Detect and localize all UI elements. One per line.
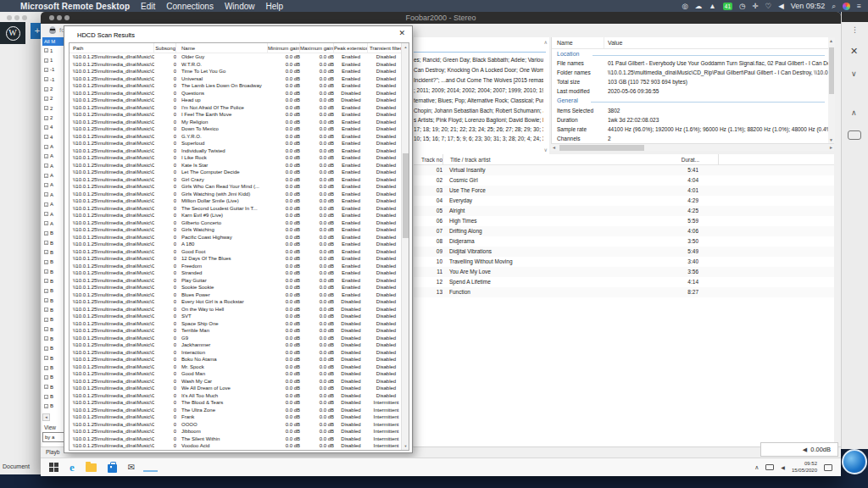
scroll-up-icon[interactable]: ▲	[829, 38, 833, 43]
expand-icon[interactable]	[44, 77, 48, 81]
playlist-row[interactable]: 09 Didjital Vibrations 5:49	[414, 247, 834, 257]
tree-item[interactable]: 2	[42, 113, 65, 122]
tree-item[interactable]: A	[42, 209, 65, 219]
hdcd-results-list[interactable]: Path Subsong Name Minimum gain Maximum g…	[69, 42, 409, 451]
playlist-header[interactable]: Track no Title / track artist Durat...	[414, 154, 834, 165]
table-row[interactable]: \\10.0.1.25\multimedia_dlna\Music\CD_Ri.…	[70, 61, 403, 69]
tree-item[interactable]: B	[42, 305, 65, 314]
scrollbar-thumb[interactable]	[403, 153, 409, 238]
table-row[interactable]: \\10.0.1.25\multimedia_dlna\Music\CD_Ri.…	[70, 399, 403, 407]
playlist-row[interactable]: 03 Use The Force 4:01	[414, 186, 834, 196]
tree-item[interactable]: B	[42, 391, 65, 401]
expand-icon[interactable]	[44, 135, 48, 139]
chevron-up-icon[interactable]: ∧	[851, 108, 857, 117]
tree-item[interactable]: B	[42, 344, 65, 353]
tree-item[interactable]: 4	[42, 132, 65, 141]
metadata-panel[interactable]: es; Rancid; Green Day; Black Sabbath; Ad…	[414, 37, 549, 154]
expand-icon[interactable]	[44, 404, 48, 408]
tree-item[interactable]: B	[42, 353, 65, 363]
expand-icon[interactable]	[44, 260, 48, 264]
screen-record-icon[interactable]: ◎	[682, 2, 687, 10]
expand-icon[interactable]	[44, 68, 48, 72]
column-title[interactable]: Title / track artist	[443, 154, 669, 164]
mail-icon[interactable]: ✉	[128, 463, 135, 473]
chevron-down-icon[interactable]: ∨	[851, 69, 857, 78]
action-center-icon[interactable]	[824, 464, 832, 471]
network-icon[interactable]	[765, 464, 774, 470]
table-row[interactable]: \\10.0.1.25\multimedia_dlna\Music\CD_Ri.…	[70, 341, 403, 349]
tree-item[interactable]: B	[42, 324, 65, 334]
scroll-up-icon[interactable]: ▲	[402, 45, 409, 49]
tree-item-all-music[interactable]: All M	[42, 37, 65, 46]
properties-vscrollbar[interactable]: ▲ ▼	[828, 37, 835, 143]
right-side-panel[interactable]: ⋮ ✕ ∨ ∧	[841, 12, 868, 449]
playlist-row[interactable]: 08 Didjerama 3:50	[414, 236, 834, 247]
table-row[interactable]: \\10.0.1.25\multimedia_dlna\Music\CD_Ri.…	[70, 183, 403, 191]
table-row[interactable]: \\10.0.1.25\multimedia_dlna\Music\CD_Ri.…	[70, 320, 403, 328]
traffic-light-minimize[interactable]	[14, 15, 19, 20]
tree-item[interactable]: B	[42, 258, 65, 267]
table-row[interactable]: \\10.0.1.25\multimedia_dlna\Music\CD_Ri.…	[70, 205, 403, 213]
properties-header[interactable]: Name Value	[552, 37, 834, 49]
expand-icon[interactable]	[44, 183, 48, 187]
table-row[interactable]: \\10.0.1.25\multimedia_dlna\Music\CD_Ri.…	[70, 277, 403, 285]
tree-item[interactable]: B	[42, 229, 65, 238]
tree-item[interactable]: 2	[42, 94, 65, 103]
table-row[interactable]: \\10.0.1.25\multimedia_dlna\Music\CD_Ri.…	[70, 435, 403, 443]
table-row[interactable]: \\10.0.1.25\multimedia_dlna\Music\CD_Ri.…	[70, 248, 403, 256]
table-row[interactable]: \\10.0.1.25\multimedia_dlna\Music\CD_Ri.…	[70, 428, 403, 435]
tree-item[interactable]: B	[42, 276, 65, 286]
expand-icon[interactable]	[44, 241, 48, 245]
table-row[interactable]: \\10.0.1.25\multimedia_dlna\Music\CD_Ri.…	[70, 327, 403, 335]
column-maximum-gain[interactable]: Maximum gain	[300, 43, 334, 53]
table-row[interactable]: \\10.0.1.25\multimedia_dlna\Music\CD_Ri.…	[70, 140, 403, 147]
tree-item[interactable]: 1	[42, 46, 65, 55]
column-name[interactable]: Name	[176, 43, 268, 53]
playlist-row[interactable]: 05 Alright 4:25	[414, 206, 834, 216]
expand-icon[interactable]	[44, 385, 48, 389]
tree-item[interactable]: B	[42, 286, 65, 296]
window-restore-icon[interactable]	[848, 130, 861, 140]
expand-icon[interactable]	[44, 116, 48, 120]
menubar-menu-item[interactable]: Window	[225, 2, 255, 11]
table-row[interactable]: \\10.0.1.25\multimedia_dlna\Music\CD_Ri.…	[70, 298, 403, 306]
column-name[interactable]: Name	[552, 37, 604, 48]
accessibility-icon[interactable]: ✛	[752, 2, 758, 10]
scroll-left-icon[interactable]: ◂	[553, 144, 555, 152]
table-row[interactable]: \\10.0.1.25\multimedia_dlna\Music\CD_Ri.…	[70, 241, 403, 248]
speaker-icon[interactable]: ◀	[781, 464, 785, 470]
column-path[interactable]: Path	[70, 43, 154, 53]
expand-icon[interactable]	[44, 347, 48, 351]
expand-icon[interactable]	[44, 58, 48, 63]
expand-icon[interactable]	[44, 221, 48, 225]
tree-item[interactable]: A	[42, 152, 65, 161]
playlist-row[interactable]: 06 High Times 5:59	[414, 216, 834, 226]
tree-item[interactable]: B	[42, 334, 65, 343]
table-row[interactable]: \\10.0.1.25\multimedia_dlna\Music\CD_Ri.…	[70, 176, 403, 184]
table-row[interactable]: \\10.0.1.25\multimedia_dlna\Music\CD_Ri.…	[70, 197, 403, 205]
file-explorer-icon[interactable]	[86, 463, 97, 472]
expand-icon[interactable]	[44, 164, 48, 168]
expand-icon[interactable]	[44, 395, 48, 399]
table-row[interactable]: \\10.0.1.25\multimedia_dlna\Music\CD_Ri.…	[70, 111, 403, 119]
tree-item[interactable]: A	[42, 219, 65, 228]
menubar-clock[interactable]: Ven 09:52	[791, 2, 826, 10]
expand-icon[interactable]	[44, 106, 48, 110]
column-value[interactable]: Value	[604, 37, 622, 48]
expand-icon[interactable]	[44, 250, 48, 254]
tree-item[interactable]: B	[42, 402, 65, 411]
tree-item[interactable]: B	[42, 373, 65, 382]
table-row[interactable]: \\10.0.1.25\multimedia_dlna\Music\CD_Ri.…	[70, 162, 403, 169]
table-row[interactable]: \\10.0.1.25\multimedia_dlna\Music\CD_Ri.…	[70, 363, 403, 371]
expand-icon[interactable]	[44, 336, 48, 341]
column-duration[interactable]: Durat...	[669, 154, 699, 164]
expand-icon[interactable]	[44, 269, 48, 274]
expand-icon[interactable]	[44, 154, 48, 158]
property-row[interactable]: Channels 2	[552, 134, 828, 143]
table-row[interactable]: \\10.0.1.25\multimedia_dlna\Music\CD_Ri.…	[70, 263, 403, 270]
playlist-row[interactable]: 07 Drifting Along 4:06	[414, 226, 834, 236]
table-row[interactable]: \\10.0.1.25\multimedia_dlna\Music\CD_Ri.…	[70, 378, 403, 385]
table-row[interactable]: \\10.0.1.25\multimedia_dlna\Music\CD_Ri.…	[70, 442, 403, 450]
tree-item[interactable]: A	[42, 190, 65, 199]
column-transient-filter[interactable]: Transient filter	[368, 43, 404, 53]
